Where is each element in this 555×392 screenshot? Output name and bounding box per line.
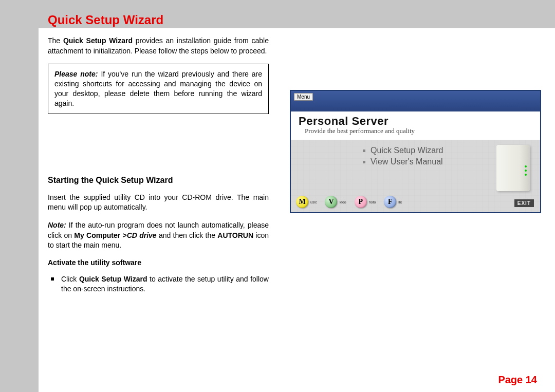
header-bar: Quick Setup Wizard	[39, 0, 555, 28]
note-label: Please note:	[54, 70, 98, 78]
page-title: Quick Setup Wizard	[39, 0, 555, 27]
p2-d: and then click the	[157, 231, 218, 239]
file-icon[interactable]: F	[384, 196, 396, 208]
link1-label: Quick Setup Wizard	[371, 146, 443, 155]
link2-label: View User's Manual	[371, 157, 443, 166]
link-user-manual[interactable]: View User's Manual	[363, 157, 443, 166]
device-image	[496, 145, 530, 191]
page-number: Page 14	[498, 374, 537, 386]
exit-button[interactable]: EXIT	[514, 199, 534, 207]
p2-e: AUTORUN	[217, 231, 253, 239]
b-b: Quick Setup Wizard	[79, 275, 147, 283]
screenshot-header: Personal Server Provide the best perform…	[291, 111, 540, 140]
photo-sub: hoto	[369, 200, 376, 204]
intro-paragraph: The Quick Setup Wizard provides an insta…	[48, 36, 269, 56]
content-column: The Quick Setup Wizard provides an insta…	[48, 36, 269, 294]
sub-heading: Activate the utility software	[48, 258, 269, 267]
icon-row: Music Video Photo File	[296, 196, 404, 208]
bullet-icon	[363, 161, 365, 163]
bullet-icon	[363, 150, 365, 152]
p2-b: My Computer >	[74, 231, 126, 239]
screenshot-body: Quick Setup Wizard View User's Manual Mu…	[291, 140, 540, 212]
paragraph-2: Note: If the auto-run program does not l…	[48, 220, 269, 251]
note-box: Please note: If you've run the wizard pr…	[48, 64, 269, 114]
file-sub: ile	[398, 200, 402, 204]
p2-c: CD drive	[127, 231, 157, 239]
paragraph-1: Insert the supplied utility CD into your…	[48, 193, 269, 213]
music-sub: usic	[310, 200, 317, 204]
video-icon[interactable]: V	[325, 196, 337, 208]
left-sidebar	[0, 0, 39, 392]
intro-pre: The	[48, 36, 63, 45]
bullet-text: Click Quick Setup Wizard to activate the…	[61, 274, 269, 294]
app-subtitle: Provide the best performance and quality	[305, 127, 532, 135]
section-heading: Starting the Quick Setup Wizard	[48, 176, 269, 185]
p2-label: Note:	[48, 221, 66, 229]
photo-icon[interactable]: P	[355, 196, 367, 208]
bullet-item: Click Quick Setup Wizard to activate the…	[48, 274, 269, 294]
screenshot-titlebar: Menu	[291, 91, 540, 111]
intro-bold: Quick Setup Wizard	[63, 36, 133, 45]
app-title: Personal Server	[299, 115, 532, 128]
link-quick-setup[interactable]: Quick Setup Wizard	[363, 146, 443, 155]
music-icon[interactable]: M	[296, 196, 308, 208]
video-sub: ideo	[339, 200, 346, 204]
menu-button[interactable]: Menu	[294, 93, 313, 101]
app-screenshot: Menu Personal Server Provide the best pe…	[290, 90, 541, 213]
bullet-marker	[51, 277, 54, 281]
menu-links: Quick Setup Wizard View User's Manual	[363, 146, 443, 169]
b-a: Click	[61, 275, 79, 283]
